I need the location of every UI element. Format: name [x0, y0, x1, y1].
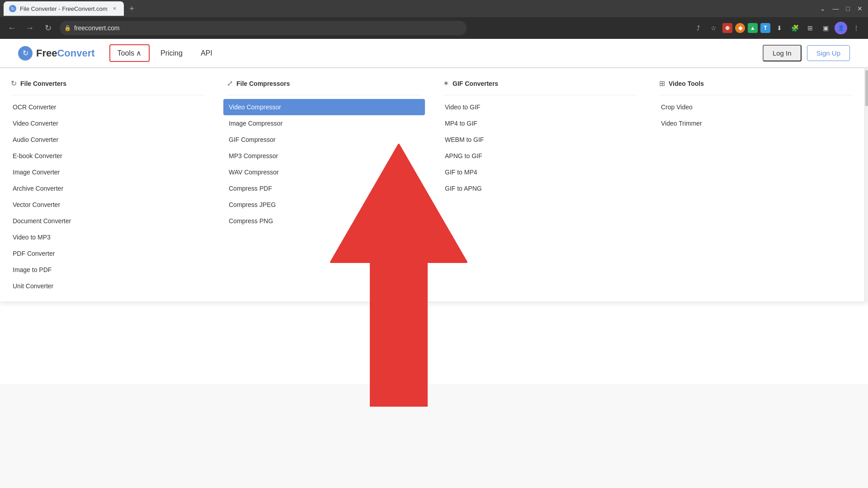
maximize-button[interactable]: □ [844, 3, 852, 14]
main-area [0, 384, 868, 488]
address-bar: ← → ↻ 🔒 freeconvert.com ⤴ ☆ ⊕ ◆ ▲ T ⬇ 🧩 … [0, 17, 868, 39]
site-header: ↻ FreeConvert Tools ∧ Pricing API Log In… [0, 39, 868, 68]
signup-button[interactable]: Sign Up [807, 45, 850, 61]
video-tools-column: ⊞ Video Tools Crop Video Video Trimmer [648, 75, 864, 294]
dropdown-content: ↻ File Converters OCR Converter Video Co… [0, 68, 864, 301]
gif-converters-title: GIF Converters [453, 80, 498, 87]
tab-title: File Converter - FreeConvert.com [20, 5, 108, 12]
lock-icon: 🔒 [64, 25, 71, 31]
tab-bar: File Converter - FreeConvert.com × + ⌄ —… [0, 0, 868, 17]
file-converters-column: ↻ File Converters OCR Converter Video Co… [0, 75, 216, 294]
ocr-converter-item[interactable]: OCR Converter [11, 99, 205, 115]
ebook-converter-item[interactable]: E-book Converter [11, 148, 205, 164]
tools-nav-item[interactable]: Tools ∧ [109, 44, 150, 62]
gif-converters-column: ✶ GIF Converters Video to GIF MP4 to GIF… [432, 75, 648, 294]
mp4-to-gif-item[interactable]: MP4 to GIF [443, 115, 637, 131]
site-logo[interactable]: ↻ FreeConvert [18, 46, 95, 61]
menu-icon[interactable]: ⋮ [850, 22, 863, 34]
compress-jpeg-item[interactable]: Compress JPEG [227, 197, 421, 213]
new-tab-button[interactable]: + [126, 2, 138, 15]
minimize-button[interactable]: — [831, 3, 841, 14]
gif-to-mp4-item[interactable]: GIF to MP4 [443, 164, 637, 180]
extension-2[interactable]: ◆ [735, 23, 745, 33]
extension-1[interactable]: ⊕ [722, 23, 732, 33]
file-compressors-column: ⤢ File Compressors Video Compressor Imag… [216, 75, 432, 294]
logo-free: Free [36, 47, 57, 59]
video-tools-icon: ⊞ [659, 79, 665, 88]
profile-icon[interactable]: 👤 [835, 22, 847, 34]
pricing-label: Pricing [160, 49, 183, 57]
file-compressors-icon: ⤢ [227, 79, 233, 88]
tab-favicon [9, 5, 16, 12]
close-button[interactable]: ✕ [855, 3, 864, 14]
file-converters-header: ↻ File Converters [11, 75, 205, 95]
download-icon[interactable]: ⬇ [773, 22, 786, 34]
bookmark-icon[interactable]: ☆ [707, 22, 720, 34]
apng-to-gif-item[interactable]: APNG to GIF [443, 148, 637, 164]
extension-3[interactable]: ▲ [748, 23, 758, 33]
header-right: Log In Sign Up [763, 45, 850, 61]
audio-converter-item[interactable]: Audio Converter [11, 131, 205, 148]
video-converter-item[interactable]: Video Converter [11, 115, 205, 131]
gif-to-apng-item[interactable]: GIF to APNG [443, 180, 637, 197]
image-compressor-item[interactable]: Image Compressor [227, 115, 421, 131]
main-navigation: Tools ∧ Pricing API [109, 44, 220, 62]
tools-dropdown: ↻ File Converters OCR Converter Video Co… [0, 68, 868, 301]
share-icon[interactable]: ⤴ [692, 22, 704, 34]
page-content: ↻ FreeConvert Tools ∧ Pricing API Log In… [0, 39, 868, 488]
file-compressors-title: File Compressors [236, 80, 290, 87]
archive-converter-item[interactable]: Archive Converter [11, 180, 205, 197]
dropdown-scrollbar[interactable] [864, 68, 868, 301]
vector-converter-item[interactable]: Vector Converter [11, 197, 205, 213]
video-to-gif-item[interactable]: Video to GIF [443, 99, 637, 115]
address-input[interactable]: 🔒 freeconvert.com [60, 21, 467, 35]
tools-chevron-icon: ∧ [136, 49, 142, 57]
video-compressor-item[interactable]: Video Compressor [223, 99, 425, 115]
browser-chrome: File Converter - FreeConvert.com × + ⌄ —… [0, 0, 868, 39]
forward-button[interactable]: → [24, 22, 36, 34]
gif-converters-icon: ✶ [443, 79, 449, 88]
tools-label: Tools [118, 49, 134, 57]
file-converters-title: File Converters [20, 80, 66, 87]
extension-4[interactable]: T [760, 23, 770, 33]
document-converter-item[interactable]: Document Converter [11, 213, 205, 229]
tab-bar-controls: ⌄ — □ ✕ [818, 3, 864, 14]
pricing-nav-item[interactable]: Pricing [153, 46, 190, 61]
gif-converters-header: ✶ GIF Converters [443, 75, 637, 95]
compress-png-item[interactable]: Compress PNG [227, 213, 421, 229]
logo-icon: ↻ [18, 46, 33, 61]
video-to-mp3-item[interactable]: Video to MP3 [11, 229, 205, 245]
video-tools-header: ⊞ Video Tools [659, 75, 854, 95]
extensions-icon[interactable]: ⊞ [804, 22, 816, 34]
video-tools-title: Video Tools [669, 80, 704, 87]
api-label: API [201, 49, 212, 57]
login-button[interactable]: Log In [763, 45, 802, 61]
unit-converter-item[interactable]: Unit Converter [11, 278, 205, 294]
crop-video-item[interactable]: Crop Video [659, 99, 854, 115]
file-converters-icon: ↻ [11, 79, 17, 88]
puzzle-icon[interactable]: 🧩 [788, 22, 801, 34]
logo-convert: Convert [57, 47, 94, 59]
pdf-converter-item[interactable]: PDF Converter [11, 245, 205, 262]
api-nav-item[interactable]: API [193, 46, 220, 61]
tab-list-button[interactable]: ⌄ [818, 3, 827, 14]
gif-compressor-item[interactable]: GIF Compressor [227, 131, 421, 148]
url-text: freeconvert.com [74, 24, 119, 32]
mp3-compressor-item[interactable]: MP3 Compressor [227, 148, 421, 164]
image-to-pdf-item[interactable]: Image to PDF [11, 262, 205, 278]
image-converter-item[interactable]: Image Converter [11, 164, 205, 180]
file-compressors-header: ⤢ File Compressors [227, 75, 421, 95]
active-tab[interactable]: File Converter - FreeConvert.com × [4, 1, 124, 16]
tab-close-button[interactable]: × [111, 5, 118, 12]
video-trimmer-item[interactable]: Video Trimmer [659, 115, 854, 131]
scrollbar-thumb [865, 70, 868, 106]
logo-text: FreeConvert [36, 47, 95, 59]
sidebar-icon[interactable]: ▣ [819, 22, 832, 34]
reload-button[interactable]: ↻ [42, 22, 54, 34]
address-bar-right: ⤴ ☆ ⊕ ◆ ▲ T ⬇ 🧩 ⊞ ▣ 👤 ⋮ [692, 22, 863, 34]
compress-pdf-item[interactable]: Compress PDF [227, 180, 421, 197]
wav-compressor-item[interactable]: WAV Compressor [227, 164, 421, 180]
webm-to-gif-item[interactable]: WEBM to GIF [443, 131, 637, 148]
back-button[interactable]: ← [5, 22, 18, 34]
